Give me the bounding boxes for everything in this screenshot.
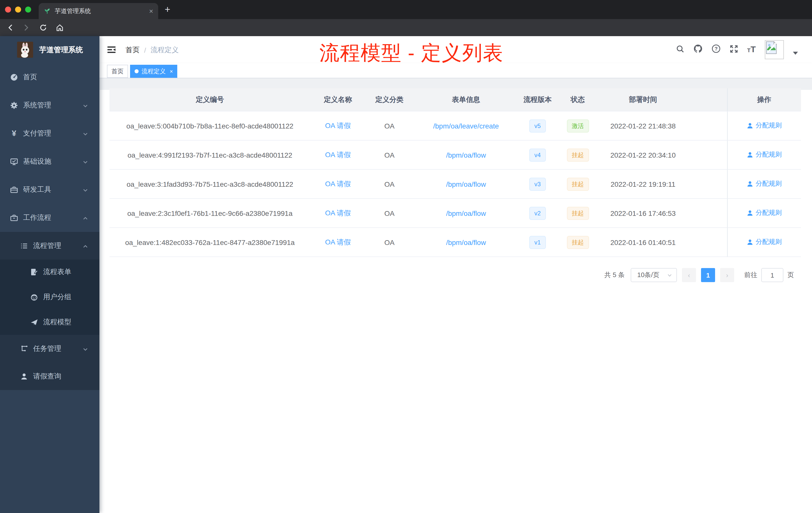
sidebar: 芋道管理系统 首页 系统管理 ¥ 支付管理 xyxy=(0,36,99,513)
cell-id: oa_leave:3:1fad3d93-7b75-11ec-a3c8-acde4… xyxy=(110,170,310,199)
github-icon[interactable] xyxy=(694,44,702,55)
tag-close-icon[interactable]: × xyxy=(170,68,173,74)
macos-window-controls[interactable] xyxy=(5,6,31,12)
form-link[interactable]: /bpm/oa/flow xyxy=(446,180,486,188)
new-tab-button[interactable]: + xyxy=(165,4,170,15)
fullscreen-icon[interactable] xyxy=(730,44,738,55)
page-size-select[interactable]: 10条/页 xyxy=(631,268,677,282)
form-link[interactable]: /bpm/oa/leave/create xyxy=(433,122,499,130)
sidebar-item-leave-query[interactable]: 请假查询 xyxy=(0,362,99,390)
assign-rule-link[interactable]: 分配规则 xyxy=(747,150,782,159)
table-row: oa_leave:4:991f2193-7b7f-11ec-a3c8-acde4… xyxy=(110,140,801,170)
reload-icon[interactable] xyxy=(38,23,48,33)
svg-text:?: ? xyxy=(715,46,718,52)
caret-down-icon[interactable] xyxy=(793,52,798,55)
next-page-button[interactable]: › xyxy=(720,268,734,282)
sidebar-item-infra[interactable]: 基础设施 xyxy=(0,148,99,176)
col-header-version: 流程版本 xyxy=(519,88,556,111)
list-icon xyxy=(20,242,28,250)
sidebar-item-label: 流程模型 xyxy=(43,318,71,327)
home-icon[interactable] xyxy=(55,23,65,33)
cell-category: OA xyxy=(366,228,413,257)
definition-name-link[interactable]: OA 请假 xyxy=(325,209,351,217)
version-badge: v2 xyxy=(529,207,546,220)
definition-name-link[interactable]: OA 请假 xyxy=(325,238,351,246)
sidebar-item-home[interactable]: 首页 xyxy=(0,63,99,91)
back-icon[interactable] xyxy=(5,23,16,33)
goto-page-input[interactable]: 1 xyxy=(761,268,783,282)
briefcase-icon xyxy=(10,214,18,222)
chevron-up-icon xyxy=(82,243,88,251)
status-badge: 挂起 xyxy=(567,207,589,220)
version-badge: v1 xyxy=(529,236,546,249)
minimize-window-button[interactable] xyxy=(15,6,21,12)
current-page-button[interactable]: 1 xyxy=(701,268,715,282)
sidebar-logo[interactable]: 芋道管理系统 xyxy=(0,36,99,63)
sidebar-item-payment[interactable]: ¥ 支付管理 xyxy=(0,119,99,148)
cell-id: oa_leave:4:991f2193-7b7f-11ec-a3c8-acde4… xyxy=(110,140,310,170)
cell-category: OA xyxy=(366,199,413,228)
form-icon xyxy=(30,268,38,276)
table-row: oa_leave:2:3c1f0ef1-76b1-11ec-9c66-a2380… xyxy=(110,199,801,228)
cell-id: oa_leave:1:482ec033-762a-11ec-8477-a2380… xyxy=(110,228,310,257)
tag-home[interactable]: 首页 xyxy=(107,65,128,78)
definition-name-link[interactable]: OA 请假 xyxy=(325,179,351,187)
form-link[interactable]: /bpm/oa/flow xyxy=(446,238,486,246)
sidebar-item-process-model[interactable]: 流程模型 xyxy=(0,310,99,335)
tag-process-definition[interactable]: 流程定义 × xyxy=(130,65,177,78)
assign-rule-link[interactable]: 分配规则 xyxy=(747,238,782,247)
col-header-form: 表单信息 xyxy=(413,88,519,111)
sidebar-item-label: 支付管理 xyxy=(23,129,51,138)
sidebar-item-process-form[interactable]: 流程表单 xyxy=(0,260,99,284)
fontsize-icon[interactable]: TT xyxy=(747,45,756,55)
definition-name-link[interactable]: OA 请假 xyxy=(325,150,351,158)
question-icon[interactable]: ? xyxy=(712,44,721,55)
definition-name-link[interactable]: OA 请假 xyxy=(325,121,351,129)
breadcrumb-home[interactable]: 首页 xyxy=(125,46,140,55)
chevron-down-icon xyxy=(82,102,88,111)
assign-rule-link[interactable]: 分配规则 xyxy=(747,121,782,130)
col-header-filler xyxy=(687,88,727,111)
cell-category: OA xyxy=(366,140,413,170)
page-unit-label: 页 xyxy=(787,271,794,280)
sidebar-item-label: 流程表单 xyxy=(43,268,71,277)
chevron-up-icon xyxy=(82,215,88,223)
cell-id: oa_leave:5:004b710b-7b8a-11ec-8ef0-acde4… xyxy=(110,111,310,140)
cell-category: OA xyxy=(366,170,413,199)
tab-close-icon[interactable]: × xyxy=(149,7,153,14)
table-row: oa_leave:1:482ec033-762a-11ec-8477-a2380… xyxy=(110,228,801,257)
browser-tab-strip: 芋道管理系统 × + xyxy=(0,0,812,19)
assign-rule-link[interactable]: 分配规则 xyxy=(747,179,782,188)
sidebar-item-process-manage[interactable]: 流程管理 xyxy=(0,232,99,260)
close-window-button[interactable] xyxy=(5,6,11,12)
dashboard-icon xyxy=(10,73,18,81)
form-link[interactable]: /bpm/oa/flow xyxy=(446,151,486,159)
forward-icon[interactable] xyxy=(21,23,31,33)
cell-deploy-time: 2022-01-22 19:19:11 xyxy=(599,170,687,199)
sidebar-item-task-manage[interactable]: 任务管理 xyxy=(0,335,99,362)
search-icon[interactable] xyxy=(676,44,685,55)
sidebar-item-system[interactable]: 系统管理 xyxy=(0,91,99,119)
sidebar-item-label: 任务管理 xyxy=(33,344,61,353)
breadcrumb: 首页 / 流程定义 xyxy=(125,46,179,55)
col-header-status: 状态 xyxy=(556,88,599,111)
breadcrumb-separator: / xyxy=(144,46,146,54)
form-link[interactable]: /bpm/oa/flow xyxy=(446,209,486,217)
version-badge: v4 xyxy=(529,148,546,161)
user-avatar-broken-image[interactable] xyxy=(765,40,784,59)
cell-category: OA xyxy=(366,111,413,140)
sidebar-item-label: 首页 xyxy=(23,73,37,82)
table-row: oa_leave:5:004b710b-7b8a-11ec-8ef0-acde4… xyxy=(110,111,801,140)
sidebar-item-user-group[interactable]: 用户分组 xyxy=(0,284,99,310)
sidebar-item-devtools[interactable]: 研发工具 xyxy=(0,176,99,204)
definition-table: 定义编号 定义名称 定义分类 表单信息 流程版本 状态 部署时间 操作 oa_l… xyxy=(110,88,801,257)
maximize-window-button[interactable] xyxy=(25,6,31,12)
chevron-down-icon xyxy=(82,345,88,354)
prev-page-button[interactable]: ‹ xyxy=(682,268,696,282)
goto-label: 前往 xyxy=(744,271,757,280)
col-header-category: 定义分类 xyxy=(366,88,413,111)
assign-rule-link[interactable]: 分配规则 xyxy=(747,209,782,218)
sidebar-item-workflow[interactable]: 工作流程 xyxy=(0,204,99,232)
browser-tab[interactable]: 芋道管理系统 × xyxy=(39,3,158,19)
sidebar-toggle-icon[interactable] xyxy=(107,45,116,55)
